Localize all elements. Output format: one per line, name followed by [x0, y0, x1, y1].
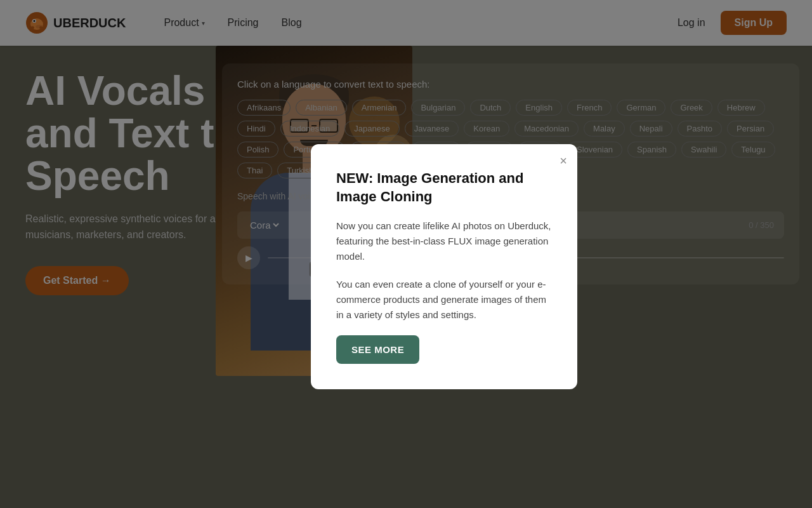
modal-close-button[interactable]: × — [560, 154, 567, 167]
see-more-button[interactable]: SEE MORE — [336, 335, 419, 364]
modal-title: NEW: Image Generation and Image Cloning — [336, 170, 552, 206]
modal-body-1: Now you can create lifelike AI photos on… — [336, 218, 552, 264]
modal-body-2: You can even create a clone of yourself … — [336, 277, 552, 323]
modal: × NEW: Image Generation and Image Clonin… — [311, 144, 577, 389]
modal-overlay[interactable]: × NEW: Image Generation and Image Clonin… — [0, 0, 812, 508]
